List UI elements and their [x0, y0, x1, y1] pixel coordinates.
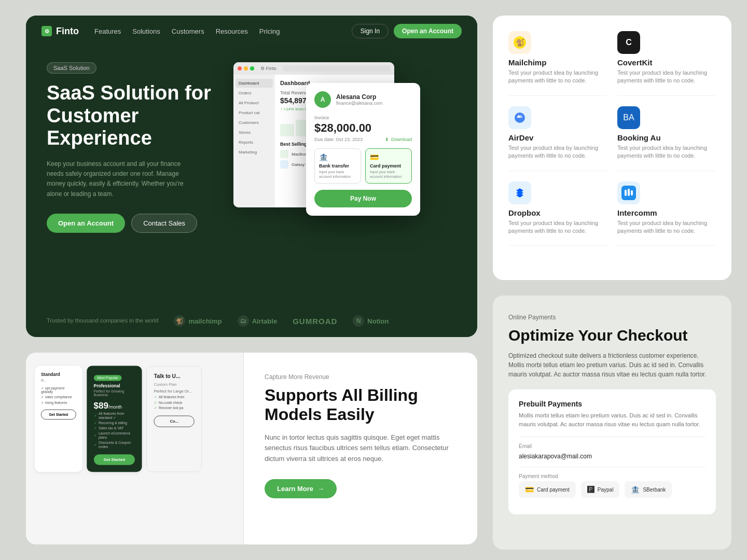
sidebar-product-cat[interactable]: Product cat: [236, 108, 273, 117]
payment-methods-row: 💳 Card payment 🅿 Paypal 🏦 SBerbank: [519, 481, 706, 498]
paypal-method-icon: 🅿: [587, 485, 594, 494]
intercomm-desc: Test your product idea by launching paym…: [617, 219, 716, 235]
bank-transfer-option[interactable]: 🏦 Bank transfer Input your bank account …: [314, 148, 361, 184]
learn-more-label: Learn More: [277, 485, 313, 493]
learn-more-button[interactable]: Learn More →: [265, 479, 337, 498]
invoice-due: Due date: Oct 23, 2023 ⬇ Download: [314, 137, 412, 142]
bank-sub: Input your bank account information: [319, 170, 351, 178]
integration-covertkit: C CovertKit Test your product idea by la…: [617, 31, 716, 96]
product-icon-1: [280, 150, 288, 158]
sidebar-stores[interactable]: Stores: [236, 128, 273, 137]
airdev-icon: [508, 106, 531, 129]
paypal-method-label: Paypal: [598, 487, 614, 493]
sidebar-dashboard[interactable]: Dashboard: [236, 79, 273, 88]
invoice-label: Invoice: [314, 115, 412, 120]
sidebar-marketing[interactable]: Marketing: [236, 148, 273, 157]
standard-get-started[interactable]: Get Started: [41, 410, 76, 420]
invoice-header: A Alesana Corp finance@alesana.com: [314, 91, 412, 108]
intercomm-name: Intercomm: [617, 208, 716, 217]
integration-intercomm: Intercomm Test your product idea by laun…: [617, 181, 716, 246]
billing-tag: Capture More Revenue: [265, 373, 457, 381]
nav-solutions[interactable]: Solutions: [132, 27, 160, 35]
standard-feature-1: ✓ opt payment globally: [41, 386, 76, 394]
billing-left-preview: Standard th... ✓ opt payment globally ✓ …: [26, 353, 244, 544]
nav-customers[interactable]: Customers: [172, 27, 204, 35]
custom-feature-3: Recover lost pa: [154, 406, 195, 410]
hero-desc: Keep your business account and all your …: [47, 159, 197, 199]
svg-rect-6: [631, 190, 633, 195]
dropbox-name: Dropbox: [508, 208, 607, 217]
payment-methods: 🏦 Bank transfer Input your bank account …: [314, 148, 412, 184]
payment-method-label: Payment method: [519, 473, 706, 479]
intercomm-icon: [617, 181, 640, 204]
prof-feature-5: Discounts & Coupon codes: [94, 441, 135, 449]
logo[interactable]: ⚙ Finto: [42, 26, 79, 37]
dropbox-icon: [508, 181, 531, 204]
trusted-section: Trusted by thousand companies in the wor…: [26, 315, 477, 327]
navigation: ⚙ Finto Features Solutions Customers Res…: [26, 16, 477, 47]
pay-now-button[interactable]: Pay Now: [314, 190, 412, 207]
card-payment-option[interactable]: 💳 Card payment Input your bank account i…: [365, 148, 412, 184]
sidebar-customers[interactable]: Customers: [236, 118, 273, 127]
download-button[interactable]: ⬇ Download: [385, 137, 412, 142]
divider-1: [519, 437, 706, 437]
integration-booking: BA Booking Au Test your product idea by …: [617, 106, 716, 171]
standard-sub: th...: [41, 379, 76, 383]
mailchimp-name: Mailchimp: [508, 58, 607, 67]
card-method[interactable]: 💳 Card payment: [519, 481, 576, 498]
nav-features[interactable]: Features: [94, 27, 121, 35]
dash-sidebar: Dashboard Orders All Product Product cat…: [233, 75, 275, 207]
svg-rect-5: [628, 189, 630, 196]
integration-grid: 🐒 Mailchimp Test your product idea by la…: [508, 31, 716, 246]
custom-get-started[interactable]: Co...: [154, 416, 195, 427]
standard-feature-2: ✓ sales compliance: [41, 395, 76, 399]
bank-title: Bank transfer: [319, 163, 356, 169]
payments-desc: Optimized checkout suite delivers a fric…: [508, 351, 716, 379]
notion-label: Notion: [367, 317, 389, 325]
pricing-standard-card: Standard th... ✓ opt payment globally ✓ …: [35, 366, 82, 472]
payments-tag: Online Payments: [508, 314, 716, 321]
trusted-notion: N Notion: [353, 315, 389, 327]
prebuilt-title: Prebuilt Payments: [519, 400, 706, 408]
custom-feature-2: No-code check: [154, 401, 195, 405]
sberbank-method-label: SBerbank: [643, 487, 666, 493]
hero-buttons: Open an Account Contact Sales: [47, 214, 223, 233]
prof-feature-3: Sales tax & VAT: [94, 426, 135, 430]
paypal-method[interactable]: 🅿 Paypal: [581, 481, 620, 498]
window-dot-red: [238, 66, 242, 71]
trusted-mailchimp: 🐒 mailchimp: [174, 315, 222, 327]
professional-get-started[interactable]: Get Started: [94, 454, 135, 465]
open-account-hero-button[interactable]: Open an Account: [47, 214, 125, 233]
sidebar-orders[interactable]: Orders: [236, 89, 273, 97]
mailchimp-label: mailchimp: [188, 317, 222, 325]
nav-resources[interactable]: Resources: [216, 27, 248, 35]
dashboard-mockup: ⚙ Finto Dashboard Orders All Product Pro…: [233, 62, 457, 218]
sidebar-all-product[interactable]: All Product: [236, 99, 273, 107]
logo-icon: ⚙: [42, 26, 52, 36]
sberbank-method-icon: 🏦: [631, 485, 640, 494]
pricing-cards-preview: Standard th... ✓ opt payment globally ✓ …: [26, 353, 211, 485]
custom-title: Talk to U...: [154, 373, 195, 380]
signin-button[interactable]: Sign In: [352, 24, 389, 38]
notion-icon: N: [353, 315, 364, 327]
pricing-professional-card: Most Popular Professional Perfect for Gr…: [87, 366, 142, 472]
professional-sub: Perfect for Growing Business: [94, 389, 135, 397]
sberbank-method[interactable]: 🏦 SBerbank: [625, 481, 672, 498]
standard-feature-3: ✓ rising features: [41, 401, 76, 405]
gumroad-label: GUMROAD: [293, 317, 337, 326]
contact-sales-button[interactable]: Contact Sales: [131, 214, 197, 233]
billing-title: Supports All Billing Models Easily: [265, 386, 457, 424]
nav-pricing[interactable]: Pricing: [259, 27, 280, 35]
prof-feature-1: All features from standard ✓: [94, 412, 135, 419]
trusted-gumroad: GUMROAD: [293, 317, 337, 326]
billing-desc: Nunc in tortor lectus quis sagittis quis…: [265, 432, 457, 465]
payment-method-group: Payment method 💳 Card payment 🅿 Paypal 🏦…: [519, 473, 706, 498]
open-account-nav-button[interactable]: Open an Account: [394, 24, 462, 38]
pricing-badge: Most Popular: [94, 375, 122, 381]
email-value: alesiakarapova@mail.com: [519, 453, 592, 460]
professional-price: $89/month: [94, 401, 135, 411]
product-icon-2: [280, 160, 288, 169]
integrations-card: 🐒 Mailchimp Test your product idea by la…: [493, 16, 731, 280]
covertkit-desc: Test your product idea by launching paym…: [617, 69, 716, 85]
sidebar-reports[interactable]: Reports: [236, 138, 273, 147]
